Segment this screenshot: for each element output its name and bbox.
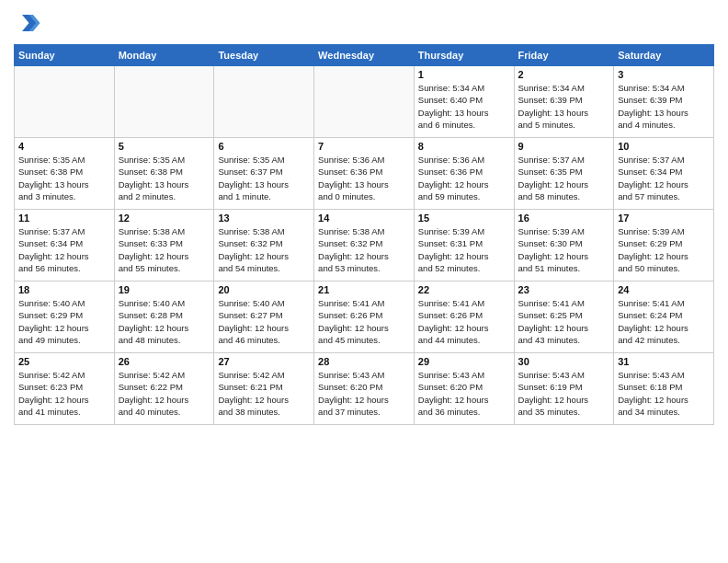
day-info: Sunrise: 5:39 AM Sunset: 6:29 PM Dayligh… [618, 225, 710, 274]
day-number: 16 [518, 213, 610, 224]
day-info: Sunrise: 5:37 AM Sunset: 6:35 PM Dayligh… [518, 154, 610, 202]
day-info: Sunrise: 5:35 AM Sunset: 6:38 PM Dayligh… [119, 154, 210, 202]
day-number: 22 [418, 284, 510, 295]
calendar-cell: 28Sunrise: 5:43 AM Sunset: 6:20 PM Dayli… [314, 353, 415, 425]
day-info: Sunrise: 5:42 AM Sunset: 6:22 PM Dayligh… [119, 369, 210, 418]
day-number: 11 [18, 213, 110, 224]
calendar-cell: 23Sunrise: 5:41 AM Sunset: 6:25 PM Dayli… [514, 282, 614, 353]
page: SundayMondayTuesdayWednesdayThursdayFrid… [0, 0, 728, 563]
day-info: Sunrise: 5:34 AM Sunset: 6:39 PM Dayligh… [618, 82, 710, 131]
calendar-cell [314, 66, 415, 138]
day-number: 18 [18, 284, 110, 295]
weekday-wednesday: Wednesday [314, 45, 415, 66]
calendar-cell [15, 66, 115, 138]
day-number: 24 [618, 284, 710, 295]
day-number: 2 [518, 69, 610, 80]
day-info: Sunrise: 5:41 AM Sunset: 6:24 PM Dayligh… [618, 297, 710, 346]
calendar-cell: 13Sunrise: 5:38 AM Sunset: 6:32 PM Dayli… [214, 210, 314, 282]
day-info: Sunrise: 5:37 AM Sunset: 6:34 PM Dayligh… [618, 154, 710, 202]
day-number: 14 [318, 213, 410, 224]
day-number: 20 [218, 284, 310, 295]
day-number: 4 [18, 141, 110, 152]
calendar-cell: 8Sunrise: 5:36 AM Sunset: 6:36 PM Daylig… [414, 138, 514, 210]
day-number: 17 [618, 213, 710, 224]
day-info: Sunrise: 5:35 AM Sunset: 6:38 PM Dayligh… [18, 154, 110, 202]
day-number: 5 [119, 141, 210, 152]
day-number: 15 [418, 213, 510, 224]
day-info: Sunrise: 5:38 AM Sunset: 6:33 PM Dayligh… [119, 225, 210, 274]
logo [14, 9, 45, 37]
weekday-saturday: Saturday [614, 45, 714, 66]
header [14, 9, 714, 37]
weekday-sunday: Sunday [15, 45, 115, 66]
day-info: Sunrise: 5:41 AM Sunset: 6:26 PM Dayligh… [418, 297, 510, 346]
calendar-cell: 4Sunrise: 5:35 AM Sunset: 6:38 PM Daylig… [15, 138, 115, 210]
day-number: 3 [618, 69, 710, 80]
calendar-cell: 3Sunrise: 5:34 AM Sunset: 6:39 PM Daylig… [614, 66, 714, 138]
day-info: Sunrise: 5:43 AM Sunset: 6:18 PM Dayligh… [618, 369, 710, 418]
day-info: Sunrise: 5:43 AM Sunset: 6:19 PM Dayligh… [518, 369, 610, 418]
calendar-cell: 12Sunrise: 5:38 AM Sunset: 6:33 PM Dayli… [114, 210, 214, 282]
day-number: 13 [218, 213, 310, 224]
day-info: Sunrise: 5:42 AM Sunset: 6:21 PM Dayligh… [218, 369, 310, 418]
day-info: Sunrise: 5:38 AM Sunset: 6:32 PM Dayligh… [218, 225, 310, 274]
calendar-cell: 7Sunrise: 5:36 AM Sunset: 6:36 PM Daylig… [314, 138, 415, 210]
day-info: Sunrise: 5:34 AM Sunset: 6:40 PM Dayligh… [418, 82, 510, 131]
day-info: Sunrise: 5:40 AM Sunset: 6:29 PM Dayligh… [18, 297, 110, 346]
day-info: Sunrise: 5:38 AM Sunset: 6:32 PM Dayligh… [318, 225, 410, 274]
logo-icon [14, 9, 41, 37]
weekday-friday: Friday [514, 45, 614, 66]
day-info: Sunrise: 5:40 AM Sunset: 6:28 PM Dayligh… [119, 297, 210, 346]
calendar-cell: 10Sunrise: 5:37 AM Sunset: 6:34 PM Dayli… [614, 138, 714, 210]
calendar-cell: 29Sunrise: 5:43 AM Sunset: 6:20 PM Dayli… [414, 353, 514, 425]
calendar-cell: 14Sunrise: 5:38 AM Sunset: 6:32 PM Dayli… [314, 210, 415, 282]
calendar-cell: 15Sunrise: 5:39 AM Sunset: 6:31 PM Dayli… [414, 210, 514, 282]
day-number: 31 [618, 356, 710, 367]
calendar-cell: 26Sunrise: 5:42 AM Sunset: 6:22 PM Dayli… [114, 353, 214, 425]
weekday-tuesday: Tuesday [214, 45, 314, 66]
week-row-1: 1Sunrise: 5:34 AM Sunset: 6:40 PM Daylig… [15, 66, 714, 138]
day-number: 7 [318, 141, 410, 152]
calendar-cell: 5Sunrise: 5:35 AM Sunset: 6:38 PM Daylig… [114, 138, 214, 210]
calendar-cell: 31Sunrise: 5:43 AM Sunset: 6:18 PM Dayli… [614, 353, 714, 425]
day-number: 23 [518, 284, 610, 295]
calendar-cell: 22Sunrise: 5:41 AM Sunset: 6:26 PM Dayli… [414, 282, 514, 353]
calendar-cell: 9Sunrise: 5:37 AM Sunset: 6:35 PM Daylig… [514, 138, 614, 210]
weekday-monday: Monday [114, 45, 214, 66]
week-row-4: 18Sunrise: 5:40 AM Sunset: 6:29 PM Dayli… [15, 282, 714, 353]
day-number: 25 [18, 356, 110, 367]
week-row-5: 25Sunrise: 5:42 AM Sunset: 6:23 PM Dayli… [15, 353, 714, 425]
day-number: 1 [418, 69, 510, 80]
day-info: Sunrise: 5:40 AM Sunset: 6:27 PM Dayligh… [218, 297, 310, 346]
calendar-cell: 1Sunrise: 5:34 AM Sunset: 6:40 PM Daylig… [414, 66, 514, 138]
calendar-cell [114, 66, 214, 138]
week-row-2: 4Sunrise: 5:35 AM Sunset: 6:38 PM Daylig… [15, 138, 714, 210]
calendar-cell: 30Sunrise: 5:43 AM Sunset: 6:19 PM Dayli… [514, 353, 614, 425]
day-number: 29 [418, 356, 510, 367]
calendar-cell: 16Sunrise: 5:39 AM Sunset: 6:30 PM Dayli… [514, 210, 614, 282]
day-number: 10 [618, 141, 710, 152]
calendar-cell: 27Sunrise: 5:42 AM Sunset: 6:21 PM Dayli… [214, 353, 314, 425]
day-info: Sunrise: 5:41 AM Sunset: 6:25 PM Dayligh… [518, 297, 610, 346]
calendar-cell: 2Sunrise: 5:34 AM Sunset: 6:39 PM Daylig… [514, 66, 614, 138]
day-info: Sunrise: 5:39 AM Sunset: 6:31 PM Dayligh… [418, 225, 510, 274]
calendar-cell: 25Sunrise: 5:42 AM Sunset: 6:23 PM Dayli… [15, 353, 115, 425]
day-number: 6 [218, 141, 310, 152]
day-info: Sunrise: 5:36 AM Sunset: 6:36 PM Dayligh… [318, 154, 410, 202]
calendar-cell: 24Sunrise: 5:41 AM Sunset: 6:24 PM Dayli… [614, 282, 714, 353]
day-number: 21 [318, 284, 410, 295]
week-row-3: 11Sunrise: 5:37 AM Sunset: 6:34 PM Dayli… [15, 210, 714, 282]
calendar: SundayMondayTuesdayWednesdayThursdayFrid… [14, 44, 714, 425]
day-number: 8 [418, 141, 510, 152]
weekday-thursday: Thursday [414, 45, 514, 66]
day-info: Sunrise: 5:42 AM Sunset: 6:23 PM Dayligh… [18, 369, 110, 418]
calendar-cell: 19Sunrise: 5:40 AM Sunset: 6:28 PM Dayli… [114, 282, 214, 353]
day-info: Sunrise: 5:43 AM Sunset: 6:20 PM Dayligh… [418, 369, 510, 418]
calendar-cell [214, 66, 314, 138]
calendar-cell: 21Sunrise: 5:41 AM Sunset: 6:26 PM Dayli… [314, 282, 415, 353]
day-info: Sunrise: 5:34 AM Sunset: 6:39 PM Dayligh… [518, 82, 610, 131]
day-number: 27 [218, 356, 310, 367]
day-number: 9 [518, 141, 610, 152]
calendar-cell: 18Sunrise: 5:40 AM Sunset: 6:29 PM Dayli… [15, 282, 115, 353]
calendar-cell: 17Sunrise: 5:39 AM Sunset: 6:29 PM Dayli… [614, 210, 714, 282]
